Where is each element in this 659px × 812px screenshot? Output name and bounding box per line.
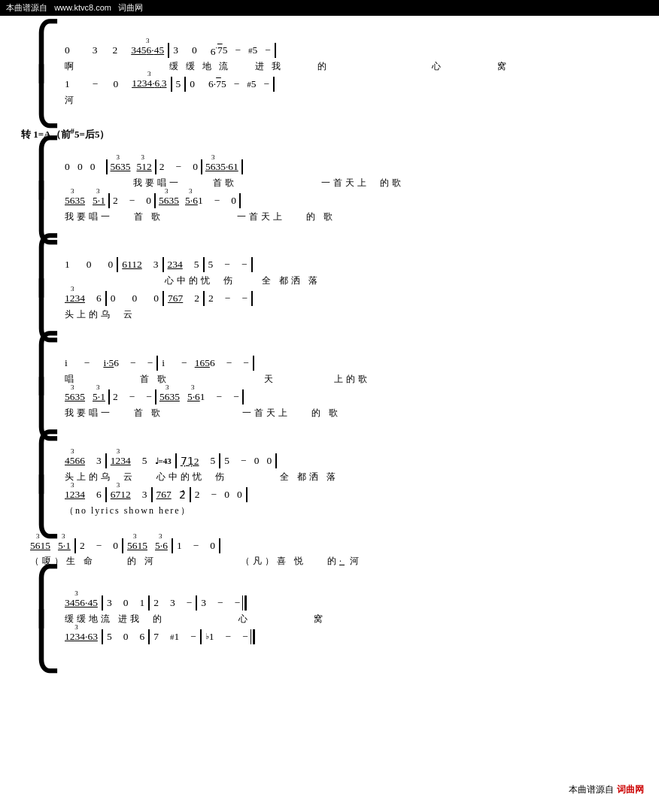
t3q: 3 5615 bbox=[30, 540, 50, 552]
note: 2 bbox=[208, 292, 214, 304]
bar-line bbox=[196, 595, 197, 611]
lyrics-1b: 河 bbox=[65, 94, 644, 107]
section-label-A: 转 1=A（前#5=后5） bbox=[21, 126, 644, 141]
bar-line bbox=[168, 43, 169, 58]
note: 1 bbox=[209, 631, 214, 643]
note: 0 bbox=[146, 195, 151, 207]
bar-line bbox=[200, 629, 202, 644]
note: − bbox=[146, 391, 152, 403]
note: 0 bbox=[113, 540, 118, 552]
note: 6 bbox=[96, 489, 102, 501]
note: − bbox=[243, 357, 249, 369]
bar-line bbox=[155, 389, 156, 404]
t3i: 3 5635 bbox=[65, 391, 85, 403]
bar-line bbox=[151, 487, 153, 502]
note: 2 bbox=[153, 597, 159, 609]
note: 6 bbox=[139, 631, 144, 643]
bar-line bbox=[246, 487, 248, 502]
note: 2 bbox=[113, 44, 118, 56]
header-url[interactable]: www.ktvc8.com bbox=[54, 3, 111, 12]
t3h: 3 1234 bbox=[65, 292, 85, 304]
triplet-group: 3 3456·45 bbox=[131, 44, 164, 56]
note: 0 bbox=[153, 292, 159, 304]
note: 5 bbox=[224, 455, 229, 467]
staff-group-2: 0 0 0 3 5635 3 512 2 − 0 3 5635 · bbox=[65, 157, 644, 225]
bracket-6: ⎧⎩ bbox=[21, 574, 62, 665]
note: 0 bbox=[108, 259, 114, 271]
bar-line bbox=[117, 257, 118, 272]
footer-label: 本曲谱源自 bbox=[569, 783, 614, 796]
note: 2 bbox=[113, 195, 118, 207]
bar-line bbox=[203, 291, 205, 306]
triplet-group-2: 3 1234·6·3 bbox=[132, 77, 166, 91]
note: 2 bbox=[80, 540, 85, 552]
note: 3 bbox=[201, 597, 206, 609]
staff-row-5b: 3 1234 6 3 6712 3 767 2̂ 2 − 0 0 bbox=[65, 485, 644, 504]
lyrics-4a: 唱 首 歌 天 上的歌 bbox=[65, 373, 644, 386]
note: 1 bbox=[177, 540, 182, 552]
note: 3 bbox=[93, 44, 98, 56]
double-bar-line bbox=[242, 595, 247, 611]
staff-row-2b: 3 5635 3 5·1 2 − 0 3 5635 3 5·6 bbox=[65, 191, 644, 211]
lyrics-2a: 我要唱一 首歌 一首天上 的歌 bbox=[65, 177, 644, 189]
note: 5 bbox=[221, 78, 226, 90]
t3p: 3 6712 bbox=[111, 489, 131, 501]
staff-row-1b: 1 − 0 3 1234·6·3 5 0 6·7 5 − #5 − bbox=[65, 74, 644, 94]
note: 0 bbox=[254, 455, 260, 467]
note: − bbox=[217, 391, 223, 403]
note-group-3: 767 bbox=[168, 292, 183, 304]
note: − bbox=[176, 161, 182, 173]
note: 6 bbox=[114, 357, 119, 369]
note: − bbox=[225, 292, 231, 304]
note: − bbox=[233, 391, 239, 403]
note: 0 bbox=[237, 489, 242, 501]
t3j: 3 5·1 bbox=[93, 391, 105, 403]
note: 5 bbox=[251, 78, 257, 90]
note: 0 bbox=[65, 44, 70, 56]
note: − bbox=[130, 357, 136, 369]
note-group-5: 767 bbox=[156, 489, 172, 501]
bracket-2: ⎧⎩ bbox=[21, 145, 62, 237]
note: − bbox=[226, 357, 232, 369]
bar-line bbox=[148, 629, 150, 644]
note: i bbox=[65, 357, 68, 369]
note: 165 bbox=[195, 357, 210, 369]
bar-line bbox=[108, 389, 110, 404]
t3o: 3 1234 bbox=[65, 489, 85, 501]
note: − bbox=[234, 78, 240, 90]
t3m: 3 4566 bbox=[65, 455, 85, 467]
staff-row-6b: 3 1234·63 5 0 6 7 #1 − ♭1 − − bbox=[65, 627, 644, 647]
bar-line bbox=[273, 77, 275, 92]
note: 0 bbox=[224, 489, 229, 501]
bar-line bbox=[74, 538, 76, 553]
note: 3 bbox=[173, 44, 178, 56]
lyrics-5b: （no lyrics shown here） bbox=[65, 504, 644, 517]
note: 3 bbox=[170, 597, 175, 609]
note: − bbox=[242, 631, 248, 643]
note: − bbox=[181, 357, 187, 369]
staff-row-5a: 3 4566 3 3 1234 5 ♩=43 7̣1̣2 5 5 − bbox=[65, 451, 644, 471]
double-bar-line-2 bbox=[251, 629, 255, 644]
t3: 3 5635 bbox=[111, 161, 131, 173]
note: − bbox=[235, 597, 241, 609]
t3g: 3 5·6 bbox=[185, 195, 198, 207]
bar-line bbox=[122, 538, 123, 553]
note: 1 bbox=[174, 631, 179, 643]
note: 2 bbox=[194, 292, 199, 304]
note: − bbox=[265, 44, 271, 56]
lyrics-single-1: （嗄）生 命 的 河 （凡）喜 悦 的· 河 bbox=[30, 555, 644, 568]
bar-line bbox=[171, 77, 172, 92]
note: 2 bbox=[113, 391, 118, 403]
note: 3 bbox=[107, 597, 112, 609]
tempo-marking: ♩=43 bbox=[155, 455, 172, 467]
staff-row-3b: 3 1234 6 0 0 0 767 2 2 − − bbox=[65, 289, 644, 308]
staff-row-6a: 3 3456·45 3 0 1 2 3 − 3 − − bbox=[65, 593, 644, 613]
note: 1 bbox=[65, 259, 70, 271]
bar-line bbox=[275, 453, 277, 468]
note: 0 bbox=[87, 259, 92, 271]
note: 0 bbox=[132, 292, 138, 304]
bar-line bbox=[251, 291, 253, 306]
header-left: 本曲谱源自 www.ktvc8.com 词曲网 bbox=[6, 2, 143, 14]
t3c: 3 5635 bbox=[205, 161, 226, 173]
note: 3 bbox=[142, 489, 147, 501]
